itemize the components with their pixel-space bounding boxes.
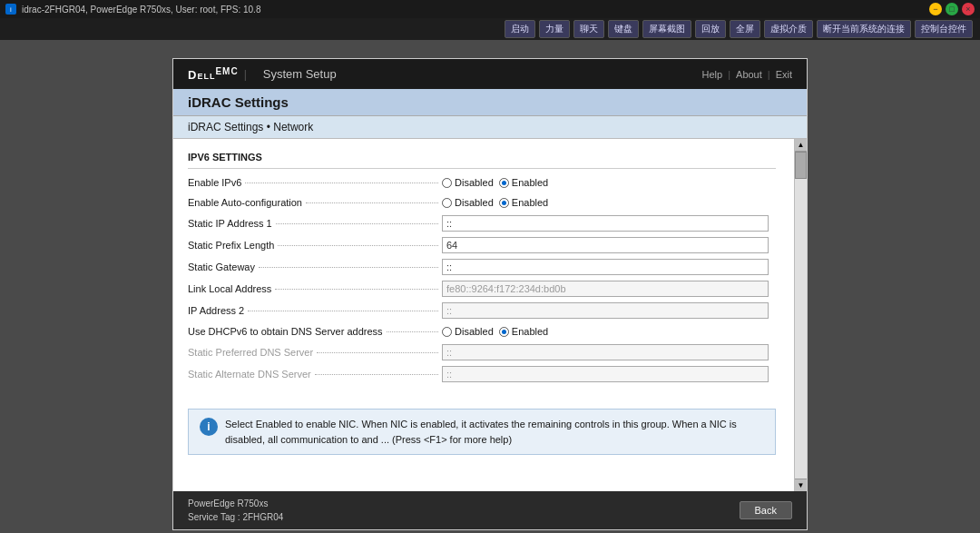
page-title: iDRAC Settings (188, 94, 792, 110)
toolbar-btn-10[interactable]: 控制台控件 (915, 20, 973, 38)
setting-row-alternate-dns: Static Alternate DNS Server (188, 363, 776, 385)
setting-row-autoconfig: Enable Auto-configuration Disabled Enabl… (188, 192, 776, 212)
header-divider: | (244, 68, 247, 81)
section-title: iDRAC Settings • Network (188, 121, 792, 133)
ip2-input[interactable] (442, 302, 769, 319)
emc-text: EMC (215, 66, 238, 76)
dhcpv6-dns-disabled-radio[interactable] (442, 327, 452, 337)
close-button[interactable]: × (962, 3, 975, 15)
ipv6-disabled-radio[interactable] (442, 178, 452, 188)
page-title-bar: iDRAC Settings (173, 89, 807, 116)
ip2-label-text: IP Address 2 (188, 305, 244, 316)
dhcpv6-dns-enabled-radio[interactable] (499, 327, 509, 337)
setting-row-link-local: Link Local Address (188, 278, 776, 300)
settings-scroll[interactable]: IPV6 SETTINGS Enable IPv6 Disabled (173, 139, 794, 491)
ipv6-enabled-option[interactable]: Enabled (499, 177, 548, 188)
setting-row-dhcpv6-dns: Use DHCPv6 to obtain DNS Server address … (188, 321, 776, 341)
toolbar-btn-3[interactable]: 聊天 (573, 20, 604, 38)
dots-5 (259, 267, 438, 268)
dots-6 (275, 289, 438, 290)
toolbar-btn-9[interactable]: 断开当前系统的连接 (817, 20, 911, 38)
minimize-button[interactable]: − (929, 3, 942, 15)
help-link[interactable]: Help (702, 69, 723, 80)
dots-1 (245, 183, 438, 183)
toolbar-btn-4[interactable]: 键盘 (608, 20, 639, 38)
dhcpv6-dns-label-text: Use DHCPv6 to obtain DNS Server address (188, 326, 383, 337)
autoconfig-enabled-option[interactable]: Enabled (499, 197, 548, 208)
setting-row-ip2: IP Address 2 (188, 300, 776, 321)
header-sep-1: | (728, 69, 730, 80)
system-panel: DELLEMC | System Setup Help | About | Ex… (172, 58, 808, 530)
header-links: Help | About | Exit (702, 69, 792, 80)
enable-ipv6-label-text: Enable IPv6 (188, 177, 241, 188)
autoconfig-label-text: Enable Auto-configuration (188, 197, 302, 208)
enable-ipv6-label: Enable IPv6 (188, 177, 442, 188)
prefix-length-input[interactable] (442, 237, 769, 253)
scrollbar-down-btn[interactable]: ▼ (795, 479, 807, 491)
panel-footer: PowerEdge R750xs Service Tag : 2FHGR04 B… (173, 491, 807, 529)
dots-9 (317, 352, 438, 353)
static-ip1-input[interactable] (442, 215, 769, 232)
alternate-dns-label-text: Static Alternate DNS Server (188, 369, 311, 380)
preferred-dns-input[interactable] (442, 344, 769, 360)
toolbar-btn-5[interactable]: 屏幕截图 (642, 20, 691, 38)
autoconfig-disabled-option[interactable]: Disabled (442, 197, 494, 208)
link-local-label-text: Link Local Address (188, 283, 271, 294)
scrollbar-thumb[interactable] (795, 152, 807, 179)
static-ip1-label: Static IP Address 1 (188, 218, 442, 229)
gateway-value (442, 259, 769, 275)
footer-info: PowerEdge R750xs Service Tag : 2FHGR04 (188, 497, 283, 524)
alternate-dns-input[interactable] (442, 366, 769, 382)
dhcpv6-dns-label: Use DHCPv6 to obtain DNS Server address (188, 326, 442, 337)
toolbar-btn-6[interactable]: 回放 (695, 20, 726, 38)
dots-2 (306, 202, 438, 203)
dots-4 (278, 245, 438, 246)
static-ip1-label-text: Static IP Address 1 (188, 218, 272, 229)
header-sep-2: | (768, 69, 770, 80)
dhcpv6-dns-enabled-option[interactable]: Enabled (499, 326, 548, 337)
prefix-length-value (442, 237, 769, 253)
ip2-label: IP Address 2 (188, 305, 442, 316)
toolbar-btn-2[interactable]: 力量 (539, 20, 570, 38)
ipv6-enabled-radio[interactable] (499, 178, 509, 188)
gateway-label-text: Static Gateway (188, 262, 255, 272)
main-content: DELLEMC | System Setup Help | About | Ex… (0, 40, 980, 533)
link-local-value (442, 281, 769, 297)
ipv6-disabled-option[interactable]: Disabled (442, 177, 494, 188)
scrollbar-up-btn[interactable]: ▲ (795, 139, 807, 152)
ipv6-group-header: IPV6 SETTINGS (188, 148, 776, 169)
link-local-input[interactable] (442, 281, 769, 297)
preferred-dns-label: Static Preferred DNS Server (188, 347, 442, 358)
autoconfig-disabled-radio[interactable] (442, 198, 452, 208)
favicon-icon: i (5, 4, 16, 15)
prefix-length-label: Static Prefix Length (188, 240, 442, 251)
info-text: Select Enabled to enable NIC. When NIC i… (225, 417, 764, 447)
about-link[interactable]: About (736, 69, 762, 80)
panel-header: DELLEMC | System Setup Help | About | Ex… (173, 59, 807, 89)
setting-row-enable-ipv6: Enable IPv6 Disabled Enabled (188, 173, 776, 192)
dots-7 (248, 311, 438, 311)
footer-service-tag: Service Tag : 2FHGR04 (188, 510, 283, 524)
toolbar-btn-1[interactable]: 启动 (505, 20, 535, 38)
top-toolbar: 启动 力量 聊天 键盘 屏幕截图 回放 全屏 虚拟介质 断开当前系统的连接 控制… (0, 18, 980, 40)
alternate-dns-label: Static Alternate DNS Server (188, 369, 442, 380)
enable-ipv6-value: Disabled Enabled (442, 177, 548, 188)
dhcpv6-dns-value: Disabled Enabled (442, 326, 548, 337)
preferred-dns-value (442, 344, 769, 360)
maximize-button[interactable]: □ (946, 3, 958, 15)
dots-8 (387, 331, 438, 332)
dhcpv6-dns-disabled-option[interactable]: Disabled (442, 326, 494, 337)
exit-link[interactable]: Exit (776, 69, 792, 80)
toolbar-btn-8[interactable]: 虚拟介质 (764, 20, 813, 38)
scrollbar[interactable]: ▲ ▼ (794, 139, 807, 491)
footer-model: PowerEdge R750xs (188, 497, 283, 510)
toolbar-btn-7[interactable]: 全屏 (730, 20, 760, 38)
section-title-bar: iDRAC Settings • Network (173, 116, 807, 139)
gateway-label: Static Gateway (188, 262, 442, 272)
autoconfig-label: Enable Auto-configuration (188, 197, 442, 208)
alternate-dns-value (442, 366, 769, 382)
back-button[interactable]: Back (740, 501, 792, 519)
gateway-input[interactable] (442, 259, 769, 275)
autoconfig-enabled-radio[interactable] (499, 198, 509, 208)
dots-10 (315, 374, 438, 375)
